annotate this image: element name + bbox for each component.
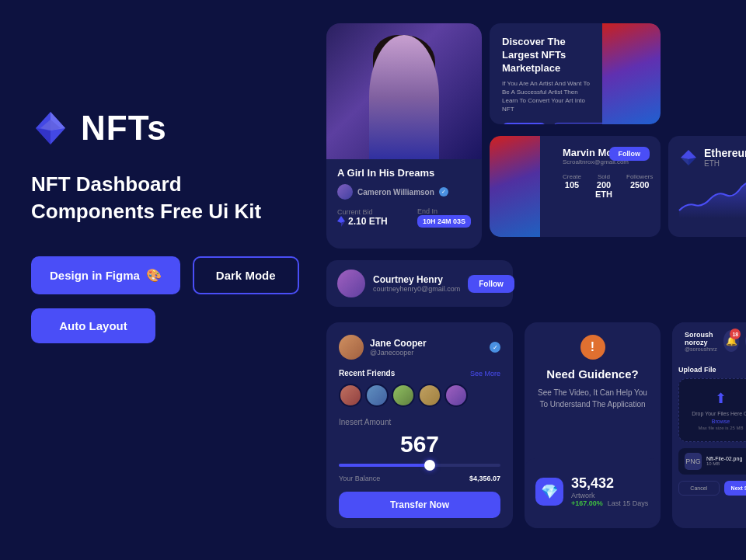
nft-author-row: Cameron Williamson ✓: [337, 184, 471, 200]
slider-thumb: [424, 460, 435, 471]
jane-handle: @Janecooper: [370, 349, 427, 357]
jane-name: Jane Cooper: [370, 338, 427, 349]
insert-amount-label: Inesert Amount: [339, 418, 500, 426]
friend-avatar-1: [339, 384, 362, 407]
eth-symbol: ETH: [704, 159, 746, 168]
verified-badge: ✓: [439, 187, 448, 197]
recent-friends-label: Recent Friends: [339, 369, 395, 377]
tagline-line1: NFT Dashboard: [31, 171, 299, 198]
svg-marker-6: [681, 150, 696, 159]
girl-figure: [369, 35, 439, 159]
create-stat: Create 105: [563, 173, 581, 199]
eth-logo-icon: [31, 109, 70, 148]
countdown-timer: 10H 24M 03S: [417, 215, 471, 228]
notification-button[interactable]: 🔔 18: [723, 330, 740, 352]
design-figma-button[interactable]: Design in Figma 🎨: [31, 256, 180, 294]
courtney-info: Courtney Henry courtneyhenry0@gmail.com: [373, 274, 460, 293]
file-type-icon: PNG: [685, 453, 702, 470]
logo-text: NFTs: [81, 109, 167, 148]
tagline-line2: Components Free Ui Kit: [31, 198, 299, 225]
artwork-icon: 💎: [535, 478, 563, 506]
balance-value: $4,356.07: [469, 475, 500, 482]
marketplace-desc: If You Are An Artist And Want To Be A Su…: [502, 79, 595, 114]
notification-badge: 18: [730, 329, 741, 339]
bid-amount: 2.10 ETH: [337, 216, 388, 227]
eth-mini-icon: [337, 216, 345, 227]
artwork-stat-card: 💎 35,432 Artwork +167.00% Last 15 Days: [525, 458, 661, 524]
courtney-follow-card: Courtney Henry courtneyhenry0@gmail.com …: [326, 260, 513, 307]
marketplace-bg-stripe: [602, 23, 661, 124]
explore-button[interactable]: Explore: [502, 123, 546, 124]
artist-follow-button[interactable]: Follow: [609, 147, 650, 161]
jane-cooper-row: Jane Cooper @Janecooper ✓: [339, 335, 500, 360]
auto-layout-button[interactable]: Auto Layout: [31, 308, 155, 343]
sold-stat: Sold 200 ETH: [595, 173, 612, 199]
artwork-change: +167.00%: [571, 499, 603, 507]
eth-name: Ethereum: [704, 147, 746, 159]
marketplace-title: Discover The Largest NFTs Marketplace: [502, 36, 603, 75]
artwork-label: Artwork: [571, 492, 650, 499]
profile-header: Soroush norozy @soroushnrz 🔔 18 ⚙️: [672, 322, 746, 360]
nft-image: [326, 23, 482, 159]
guidance-title: Need Guidence?: [546, 367, 638, 381]
dark-mode-button[interactable]: Dark Mode: [193, 256, 299, 294]
svg-marker-2: [36, 128, 51, 144]
author-name: Cameron Williamson: [357, 188, 434, 197]
see-more-link[interactable]: See More: [470, 370, 500, 377]
courtney-follow-button[interactable]: Follow: [468, 275, 514, 293]
profile-name: Soroush norozy: [685, 331, 717, 346]
upload-arrow-icon: ⬆: [685, 390, 746, 407]
upload-dropzone[interactable]: ⬆ Drop Your Files Here Or Browse Max fil…: [678, 378, 746, 442]
nft-card-body: A Girl In His Dreams Cameron Williamson …: [326, 159, 482, 235]
friend-avatar-2: [365, 384, 389, 407]
marketplace-card: Discover The Largest NFTs Marketplace If…: [490, 23, 661, 124]
artist-stats: Create 105 Sold 200 ETH Followers 2500: [563, 173, 650, 199]
cancel-button[interactable]: Cancel: [678, 481, 720, 496]
tagline: NFT Dashboard Components Free Ui Kit: [31, 171, 299, 225]
ethereum-logo-icon: [679, 148, 698, 167]
profile-handle: @soroushnrz: [685, 346, 717, 352]
amount-slider[interactable]: [339, 464, 500, 467]
timer-info: End In 10H 24M 03S: [417, 207, 471, 228]
next-step-button[interactable]: Next Step: [724, 481, 747, 496]
eth-logo-row: Ethereum ETH: [679, 147, 746, 168]
courtney-name: Courtney Henry: [373, 274, 460, 285]
transfer-now-button[interactable]: Transfer Now: [339, 492, 500, 518]
upload-section-label: Upload File: [678, 366, 746, 374]
courtney-email: courtneyhenry0@gmail.com: [373, 285, 460, 293]
eth-wave-chart: [679, 176, 746, 221]
max-file-size: Max file size is 25 MB: [685, 426, 746, 430]
browse-link[interactable]: Browse: [712, 419, 730, 424]
followers-stat: Followers 2500: [626, 173, 653, 199]
action-buttons-row: Design in Figma 🎨 Dark Mode: [31, 256, 299, 294]
artist-card: Marvin McKinney Scroaltnrox@gmail.com Cr…: [490, 136, 661, 237]
recent-friends-header: Recent Friends See More: [339, 369, 500, 377]
artist-bg-stripe: [490, 136, 540, 237]
logo-row: NFTs: [31, 109, 299, 148]
friend-avatar-5: [444, 384, 468, 407]
artwork-value: 35,432: [571, 475, 650, 492]
upload-actions: Cancel Next Step: [678, 481, 746, 496]
author-avatar: [337, 184, 353, 200]
artwork-period: Last 15 Days: [608, 499, 649, 507]
figma-icon: 🎨: [146, 268, 162, 283]
balance-label: Your Balance: [339, 475, 380, 482]
bid-label: Current Bid: [337, 208, 388, 216]
transfer-amount: 567: [339, 431, 500, 457]
jane-verified-badge: ✓: [490, 342, 500, 353]
bid-info: Current Bid 2.10 ETH: [337, 208, 388, 227]
balance-row: Your Balance $4,356.07: [339, 475, 500, 482]
bid-row: Current Bid 2.10 ETH End In 10H 24M 03S: [337, 207, 471, 228]
file-name: Nft-File-02.png: [706, 456, 742, 461]
file-size: 10 MB: [706, 461, 742, 466]
nft-title: A Girl In His Dreams: [337, 167, 471, 179]
jane-avatar: [339, 335, 364, 360]
friend-avatar-3: [392, 384, 415, 407]
friends-avatars: [339, 384, 500, 407]
friend-avatar-4: [418, 384, 441, 407]
upload-panel: Soroush norozy @soroushnrz 🔔 18 ⚙️ Uploa…: [672, 322, 746, 528]
create-now-button[interactable]: Creat Now: [553, 123, 608, 124]
slider-fill: [339, 464, 427, 467]
ethereum-card: Ethereum ETH: [668, 136, 746, 237]
end-label: End In: [417, 207, 471, 215]
